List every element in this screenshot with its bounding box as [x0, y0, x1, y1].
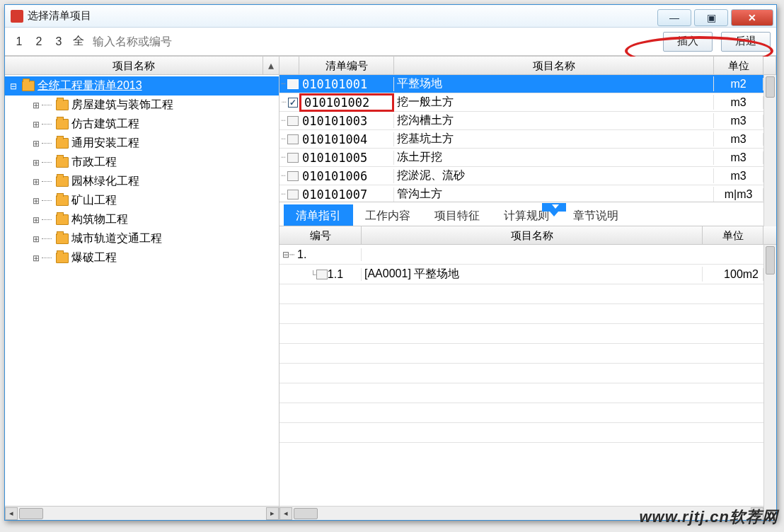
tree-item[interactable]: ⊞房屋建筑与装饰工程 [5, 96, 279, 115]
collapse-icon[interactable]: ⊟ [8, 81, 19, 91]
tree-item[interactable]: ⊞爆破工程 [5, 248, 279, 267]
empty-row [279, 324, 776, 344]
cell-code: 010101003 [299, 114, 394, 128]
toolbar: 1 2 3 全 插入 后退 [5, 28, 776, 56]
filter-all-button[interactable]: 全 [70, 33, 87, 51]
row-icon [287, 153, 299, 163]
search-input[interactable] [90, 32, 267, 52]
expand-icon[interactable]: ⊞ [30, 234, 42, 244]
cell-name: 挖一般土方 [394, 95, 714, 110]
col-scroll [763, 57, 776, 74]
items-grid-body[interactable]: ┈010101001平整场地m2┈✓010101002挖一般土方m3┈01010… [279, 75, 776, 202]
detail-grid-body[interactable]: ⊟┈1.└ 1.1[AA0001] 平整场地100m2 [279, 245, 776, 520]
tree-item[interactable]: ⊞矿山工程 [5, 191, 279, 210]
tree-hscrollbar[interactable]: ◂ ▸ [5, 506, 279, 520]
insert-button[interactable]: 插入 [663, 32, 713, 52]
cell-unit: m|m3 [714, 188, 763, 201]
grid-row[interactable]: ┈✓010101002挖一般土方m3 [279, 93, 776, 112]
back-button[interactable]: 后退 [721, 32, 771, 52]
app-icon [11, 10, 23, 23]
folder-icon [56, 214, 69, 225]
filter-1-button[interactable]: 1 [11, 33, 28, 51]
expand-icon[interactable]: ⊞ [30, 177, 42, 187]
tree-item-label: 通用安装工程 [71, 136, 139, 151]
grid-row[interactable]: ┈010101003挖沟槽土方m3 [279, 112, 776, 130]
detail-row[interactable]: └ 1.1[AA0001] 平整场地100m2 [279, 265, 776, 284]
checkbox-icon[interactable]: ✓ [288, 98, 298, 108]
empty-row [279, 403, 776, 423]
tab-feature[interactable]: 项目特征 [422, 204, 492, 226]
grid-row[interactable]: ┈010101007管沟土方m|m3 [279, 185, 776, 202]
tree-item[interactable]: ⊞市政工程 [5, 153, 279, 172]
row-icon [287, 134, 299, 144]
tree-header-label: 项目名称 [5, 57, 263, 74]
folder-icon [56, 119, 69, 129]
col-code[interactable]: 清单编号 [299, 57, 394, 74]
row-icon [287, 79, 299, 89]
tree-item[interactable]: ⊞城市轨道交通工程 [5, 229, 279, 248]
minimize-button[interactable]: — [657, 9, 691, 26]
cell-unit: 100m2 [703, 268, 763, 281]
tree-item-label: 城市轨道交通工程 [71, 231, 162, 246]
tree-item[interactable]: ⊞园林绿化工程 [5, 172, 279, 191]
tab-guide[interactable]: 清单指引 [284, 204, 353, 226]
row-icon [287, 116, 299, 126]
tab-rule[interactable]: 计算规则 [492, 204, 561, 226]
expand-icon[interactable]: ⊞ [30, 196, 42, 206]
tree-item-label: 构筑物工程 [71, 212, 128, 227]
cell-num: ⊟┈1. [279, 248, 362, 261]
cell-icon: ┈ [279, 116, 299, 126]
cell-unit: m3 [714, 170, 763, 183]
tree-item[interactable]: ⊞仿古建筑工程 [5, 115, 279, 134]
grid-row[interactable]: ┈010101004挖基坑土方m3 [279, 130, 776, 149]
folder-icon [56, 233, 69, 244]
col-name[interactable]: 项目名称 [394, 57, 714, 74]
tab-chapter[interactable]: 章节说明 [561, 204, 630, 226]
scroll-thumb[interactable] [766, 76, 775, 98]
row-icon [287, 190, 299, 200]
close-button[interactable]: ✕ [731, 9, 773, 26]
tree-root[interactable]: ⊟ 全统工程量清单2013 [5, 76, 279, 96]
folder-icon [22, 81, 35, 91]
scroll-left-icon[interactable]: ◂ [5, 507, 18, 520]
grid-row[interactable]: ┈010101006挖淤泥、流砂m3 [279, 167, 776, 185]
expand-icon[interactable]: ⊞ [30, 215, 42, 225]
tree[interactable]: ⊟ 全统工程量清单2013 ⊞房屋建筑与装饰工程⊞仿古建筑工程⊞通用安装工程⊞市… [5, 75, 279, 506]
detail-vscrollbar[interactable] [763, 245, 776, 506]
scroll-thumb[interactable] [19, 508, 43, 519]
cell-icon: ┈ [279, 171, 299, 181]
col-icon [279, 57, 299, 74]
filter-2-button[interactable]: 2 [30, 33, 47, 51]
expand-icon[interactable]: ⊞ [30, 120, 42, 129]
expand-icon[interactable]: ⊞ [30, 158, 42, 168]
empty-row [279, 304, 776, 324]
tree-item-label: 爆破工程 [71, 250, 117, 265]
tab-work[interactable]: 工作内容 [353, 204, 422, 226]
tree-item[interactable]: ⊞通用安装工程 [5, 134, 279, 153]
folder-icon [56, 176, 69, 187]
tree-item[interactable]: ⊞构筑物工程 [5, 210, 279, 229]
maximize-button[interactable]: ▣ [694, 9, 728, 26]
items-grid: 清单编号 项目名称 单位 ┈010101001平整场地m2┈✓010101002… [279, 57, 776, 202]
scroll-left-icon[interactable]: ◂ [279, 507, 292, 520]
expand-icon[interactable]: ⊞ [30, 139, 42, 149]
cell-name: 挖基坑土方 [394, 132, 714, 146]
filter-3-button[interactable]: 3 [50, 33, 67, 51]
tree-header: 项目名称 ▴ [5, 57, 279, 75]
cell-code: 010101004 [299, 132, 394, 146]
right-panel: 清单编号 项目名称 单位 ┈010101001平整场地m2┈✓010101002… [279, 57, 776, 520]
grid-row[interactable]: ┈010101001平整场地m2 [279, 75, 776, 93]
expand-icon[interactable]: ⊞ [30, 100, 42, 110]
tree-header-arrow-icon[interactable]: ▴ [263, 57, 279, 74]
dcol-num[interactable]: 编号 [279, 226, 362, 244]
expand-icon[interactable]: ⊞ [30, 253, 42, 263]
scroll-thumb[interactable] [766, 246, 775, 274]
grid-row[interactable]: ┈010101005冻土开挖m3 [279, 149, 776, 167]
items-grid-header: 清单编号 项目名称 单位 [279, 57, 776, 75]
scroll-thumb[interactable] [294, 508, 318, 519]
dcol-name[interactable]: 项目名称 [362, 226, 703, 244]
dcol-unit[interactable]: 单位 [703, 226, 763, 244]
col-unit[interactable]: 单位 [714, 57, 763, 74]
detail-row[interactable]: ⊟┈1. [279, 245, 776, 265]
scroll-right-icon[interactable]: ▸ [266, 507, 279, 520]
